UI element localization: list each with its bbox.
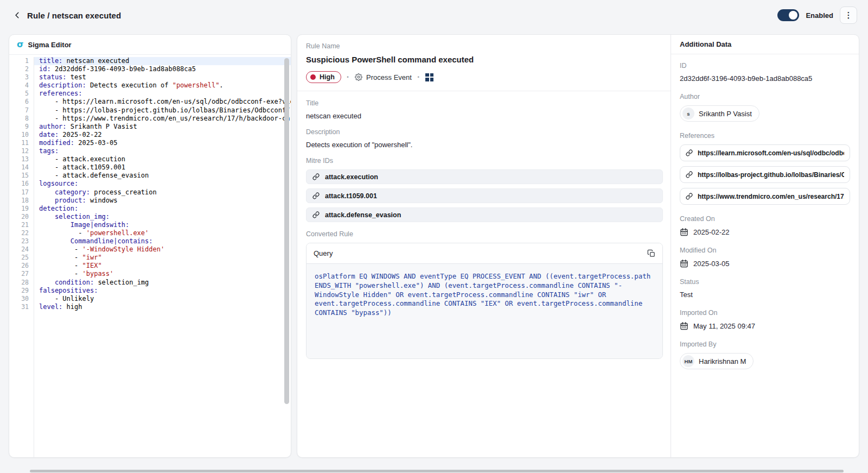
query-header: Query (307, 243, 662, 263)
severity-dot-icon (310, 74, 316, 80)
imported-on-value: May 11, 2025 09:47 (693, 322, 755, 330)
sigma-editor-title: Sigma Editor (28, 41, 71, 49)
chevron-left-icon (14, 11, 21, 19)
gear-icon (355, 73, 362, 81)
page-title: Rule / netscan executed (27, 11, 121, 20)
imported-by-chip: HM Harikrishnan M (680, 353, 754, 369)
link-icon (312, 192, 320, 199)
toggle-knob (789, 11, 797, 20)
reference-url: https://lolbas-project.github.io/lolbas/… (698, 171, 844, 179)
author-chip: s Srikanth P Vasist (680, 105, 760, 122)
created-on-label: Created On (680, 215, 850, 223)
rule-detail-panel: Rule Name Suspicious PowerShell command … (297, 34, 859, 458)
reference-link[interactable]: https://learn.microsoft.com/en-us/sql/od… (680, 144, 850, 161)
status-label: Status (680, 278, 850, 286)
sigma-editor-header: σ Sigma Editor (9, 35, 291, 55)
event-type: Process Event (355, 73, 412, 81)
mitre-id-text: attack.t1059.001 (325, 192, 377, 200)
title-label: Title (306, 99, 663, 107)
imported-on-label: Imported On (680, 309, 850, 317)
link-icon (686, 171, 693, 178)
copy-icon[interactable] (647, 249, 655, 257)
rule-detail-pane: Rule Name Suspicious PowerShell command … (297, 35, 671, 457)
query-title: Query (314, 249, 333, 257)
reference-link[interactable]: https://www.trendmicro.com/en_us/researc… (680, 188, 850, 205)
rule-name: Suspicious PowerShell command executed (306, 55, 663, 64)
mitre-id-row[interactable]: attack.defense_evasion (306, 207, 663, 222)
mitre-id-list: attack.execution attack.t1059.001 attack… (306, 169, 663, 222)
additional-data-title: Additional Data (671, 35, 859, 54)
reference-list: https://learn.microsoft.com/en-us/sql/od… (680, 144, 850, 205)
reference-link[interactable]: https://lolbas-project.github.io/lolbas/… (680, 166, 850, 183)
query-body: osPlatform EQ WINDOWS AND eventType EQ P… (307, 263, 662, 358)
link-icon (312, 211, 320, 218)
reference-url: https://www.trendmicro.com/en_us/researc… (698, 193, 844, 200)
divider (297, 91, 671, 91)
rule-meta-row: High Process Event (306, 71, 663, 91)
imported-by-label: Imported By (680, 340, 850, 348)
more-options-button[interactable]: ⋮ (840, 7, 857, 24)
mitre-ids-label: Mitre IDs (306, 157, 663, 165)
id-value: 2d32dd6f-3196-4093-b9eb-1ad8ab088ca5 (680, 74, 850, 83)
code-editor[interactable]: 1234567891011121314151617181920212223242… (9, 55, 291, 457)
link-icon (312, 173, 320, 180)
link-icon (686, 149, 693, 156)
rule-name-label: Rule Name (306, 42, 663, 50)
back-button[interactable] (11, 9, 24, 22)
id-label: ID (680, 62, 850, 70)
enabled-toggle-label: Enabled (806, 11, 833, 20)
mitre-id-row[interactable]: attack.execution (306, 169, 663, 184)
editor-vertical-scrollbar[interactable] (284, 58, 289, 404)
title-value: netscan executed (306, 112, 663, 120)
severity-badge: High (306, 71, 341, 83)
status-value: Test (680, 291, 850, 299)
modified-on-label: Modified On (680, 247, 850, 254)
calendar-icon (680, 259, 688, 268)
imported-by-avatar: HM (682, 355, 694, 367)
modified-on-value: 2025-03-05 (693, 260, 730, 268)
query-card: Query osPlatform EQ WINDOWS AND eventTyp… (306, 243, 663, 359)
enabled-toggle[interactable] (777, 9, 799, 21)
line-numbers: 1234567891011121314151617181920212223242… (9, 57, 34, 457)
description-label: Description (306, 128, 663, 136)
page-horizontal-scrollbar[interactable] (30, 470, 844, 472)
reference-url: https://learn.microsoft.com/en-us/sql/od… (698, 149, 844, 157)
link-icon (686, 193, 693, 200)
sigma-icon: σ (17, 40, 23, 49)
dot-separator (347, 72, 349, 82)
calendar-icon (680, 228, 688, 236)
topbar: Rule / netscan executed Enabled ⋮ (0, 0, 868, 30)
mitre-id-row[interactable]: attack.t1059.001 (306, 188, 663, 203)
calendar-icon (680, 321, 688, 330)
code-lines[interactable]: title: netscan executedid: 2d32dd6f-3196… (34, 57, 291, 457)
imported-by-name: Harikrishnan M (699, 357, 746, 365)
author-name: Srikanth P Vasist (699, 110, 752, 118)
converted-rule-label: Converted Rule (306, 230, 663, 238)
windows-logo-icon (425, 73, 433, 81)
query-text: osPlatform EQ WINDOWS AND eventType EQ P… (315, 272, 654, 318)
mitre-id-text: attack.execution (325, 173, 378, 181)
author-label: Author (680, 93, 850, 100)
mitre-id-text: attack.defense_evasion (325, 211, 401, 219)
dot-separator (417, 72, 420, 82)
sigma-editor-panel: σ Sigma Editor 1234567891011121314151617… (9, 34, 291, 458)
additional-data-panel: Additional Data ID 2d32dd6f-3196-4093-b9… (671, 35, 859, 457)
event-type-label: Process Event (366, 73, 412, 81)
created-on-value: 2025-02-22 (693, 228, 730, 236)
author-avatar: s (682, 108, 694, 119)
references-label: References (680, 132, 850, 140)
kebab-icon: ⋮ (845, 10, 853, 20)
description-value: Detects execution of "powershell". (306, 141, 663, 149)
severity-label: High (320, 73, 335, 81)
